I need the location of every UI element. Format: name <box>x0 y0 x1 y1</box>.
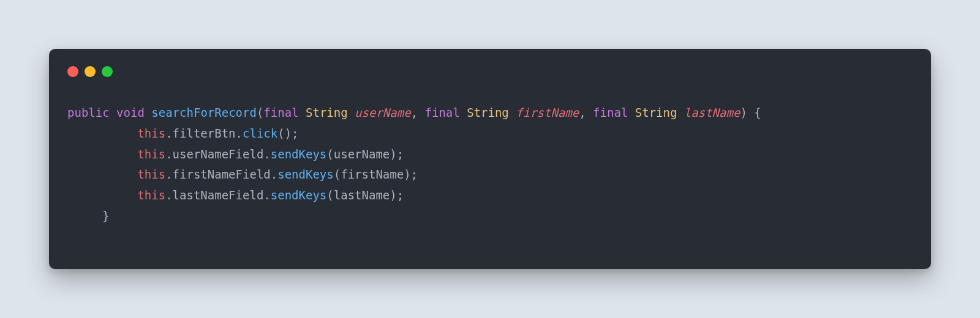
token-this: this <box>137 168 165 181</box>
code-line: this.firstNameField.sendKeys(firstName); <box>67 165 913 185</box>
token-keyword: final <box>425 106 460 119</box>
close-icon[interactable] <box>67 66 78 77</box>
token-punct: ( <box>257 106 263 119</box>
token-keyword: final <box>263 106 298 119</box>
window-traffic-lights <box>67 66 913 77</box>
token-this: this <box>137 147 165 161</box>
token-punct: ( <box>326 147 333 161</box>
token-param: firstName <box>516 106 579 119</box>
code-line: } <box>67 206 913 227</box>
token-punct: ) { <box>740 106 761 119</box>
token-punct <box>460 106 467 119</box>
indent <box>67 209 102 223</box>
token-property: lastNameField <box>173 188 264 202</box>
token-punct: . <box>165 188 172 202</box>
code-block[interactable]: public void searchForRecord(final String… <box>67 103 913 227</box>
token-var: lastName <box>334 188 390 202</box>
indent <box>67 127 137 140</box>
token-punct: . <box>263 147 270 161</box>
code-line: public void searchForRecord(final String… <box>67 103 913 124</box>
token-punct: ); <box>390 188 404 202</box>
token-type: String <box>306 106 348 119</box>
code-window: public void searchForRecord(final String… <box>49 49 931 269</box>
token-keyword: void <box>116 106 145 119</box>
code-line: this.filterBtn.click(); <box>67 124 913 144</box>
token-property: filterBtn <box>173 127 236 140</box>
token-call: sendKeys <box>277 168 334 181</box>
token-param: userName <box>355 106 411 119</box>
token-call: sendKeys <box>271 188 327 202</box>
token-type: String <box>635 106 677 119</box>
token-method: searchForRecord <box>151 106 257 119</box>
token-punct: , <box>579 106 593 119</box>
token-punct: , <box>411 106 425 119</box>
token-punct <box>145 106 151 119</box>
token-punct <box>677 106 684 119</box>
token-punct <box>509 106 516 119</box>
token-punct: (); <box>277 127 298 140</box>
token-punct: ); <box>404 168 418 181</box>
token-keyword: public <box>67 106 110 119</box>
minimize-icon[interactable] <box>85 66 96 77</box>
token-punct: ( <box>334 168 341 181</box>
token-punct: ); <box>390 147 404 161</box>
token-this: this <box>137 127 165 140</box>
token-punct <box>348 106 355 119</box>
token-var: firstName <box>341 168 404 181</box>
code-line: this.lastNameField.sendKeys(lastName); <box>67 185 913 206</box>
code-line: this.userNameField.sendKeys(userName); <box>67 144 913 165</box>
token-punct: . <box>165 127 172 140</box>
token-this: this <box>137 188 165 202</box>
indent <box>67 188 137 202</box>
token-call: sendKeys <box>271 147 327 161</box>
token-call: click <box>243 127 277 140</box>
token-punct: ( <box>326 188 333 202</box>
maximize-icon[interactable] <box>102 66 113 77</box>
token-punct: . <box>263 188 270 202</box>
token-var: userName <box>334 147 390 161</box>
token-punct: . <box>165 168 172 181</box>
token-type: String <box>467 106 509 119</box>
token-punct <box>628 106 635 119</box>
token-punct: . <box>165 147 172 161</box>
indent <box>67 168 137 181</box>
token-punct: . <box>236 127 243 140</box>
token-punct <box>299 106 306 119</box>
token-punct <box>110 106 116 119</box>
token-param: lastName <box>684 106 741 119</box>
indent <box>67 147 137 161</box>
token-keyword: final <box>593 106 628 119</box>
token-property: firstNameField <box>173 168 271 181</box>
token-punct: . <box>271 168 277 181</box>
token-punct: } <box>102 209 109 223</box>
token-property: userNameField <box>173 147 264 161</box>
